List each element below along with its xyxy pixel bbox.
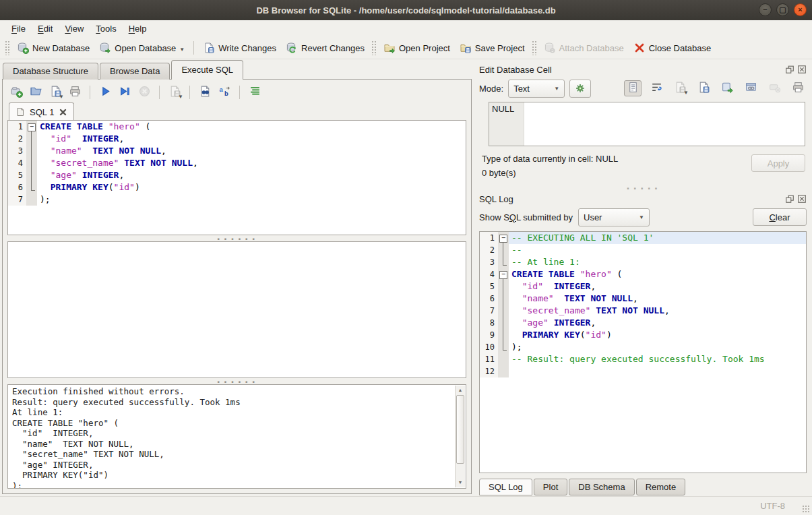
line-number: 3 (480, 256, 498, 268)
tab-browse-data[interactable]: Browse Data (100, 63, 170, 80)
mode-select[interactable]: Text ▼ (508, 80, 565, 98)
line-number: 1 (480, 232, 498, 244)
code-line: 6 PRIMARY KEY("id") (8, 181, 466, 193)
dock-splitter-handle[interactable]: ■ ■ ■ ■ ■ (479, 184, 807, 191)
resize-grip[interactable] (802, 505, 810, 513)
scroll-up-icon[interactable]: ▲ (456, 386, 465, 395)
format-sql-button[interactable] (246, 84, 263, 100)
fold-margin (26, 145, 37, 157)
cell-editor[interactable]: NULL (489, 102, 805, 146)
toolbar-handle[interactable] (532, 40, 537, 55)
open-project-button[interactable]: Open Project (379, 39, 455, 57)
attach-database-button[interactable]: Attach Database (539, 39, 629, 57)
fold-collapse-icon[interactable] (498, 268, 509, 280)
stop-execution-button[interactable] (135, 84, 153, 100)
float-dock-icon[interactable] (785, 65, 794, 74)
close-database-button[interactable]: Close Database (629, 39, 716, 57)
apply-format-button[interactable] (569, 80, 591, 98)
splitter-handle[interactable]: ■ ■ ■ ■ ■ ■ (7, 235, 466, 241)
execution-log-pane[interactable]: Execution finished without errors.Result… (7, 384, 466, 489)
splitter-handle[interactable]: ■ ■ ■ ■ ■ ■ (7, 378, 466, 384)
menu-help[interactable]: Help (123, 22, 153, 36)
toolbar-handle[interactable] (371, 40, 377, 55)
fold-collapse-icon[interactable] (26, 121, 37, 133)
export-data-button[interactable] (695, 80, 712, 96)
line-number: 4 (480, 268, 498, 280)
submitted-by-select[interactable]: User ▼ (578, 208, 650, 226)
dock-tab-db-schema[interactable]: DB Schema (569, 479, 634, 495)
scroll-down-icon[interactable]: ▼ (456, 478, 465, 487)
link-window-icon (745, 81, 757, 96)
button-label: Revert Changes (301, 43, 365, 53)
write-changes-button[interactable]: Write Changes (198, 39, 281, 57)
minimize-button[interactable]: − (759, 3, 772, 16)
save-results-button[interactable]: ▼ (166, 84, 183, 100)
sql-log-filter-row: Show SQL submitted by User ▼ Clear (479, 206, 807, 228)
open-new-sql-tab-button[interactable] (7, 84, 25, 100)
open-sql-file-button[interactable] (27, 84, 44, 100)
results-table-pane[interactable] (7, 241, 466, 378)
save-sql-file-button[interactable]: ▼ (46, 84, 64, 100)
new-database-button[interactable]: New Database (12, 39, 94, 57)
log-line: "age" INTEGER, (12, 460, 462, 471)
close-tab-icon[interactable] (59, 108, 67, 117)
tab-database-structure[interactable]: Database Structure (3, 63, 98, 80)
find-button[interactable] (196, 84, 214, 100)
log-line: PRIMARY KEY("id") (12, 470, 462, 481)
print-cell-button[interactable] (789, 80, 807, 96)
menu-view[interactable]: View (59, 22, 90, 36)
print-sql-button[interactable] (66, 84, 84, 100)
line-number: 6 (8, 181, 26, 193)
db-open-icon (99, 42, 111, 54)
code-text: "id" INTEGER, (509, 280, 806, 293)
open-as-link-button[interactable] (742, 80, 759, 96)
maximize-button[interactable]: ▢ (776, 3, 789, 16)
import-data-button[interactable]: ▼ (671, 80, 689, 96)
line-number: 9 (480, 329, 498, 341)
sql-log-editor[interactable]: 1-- EXECUTING ALL IN 'SQL 1'2--3-- At li… (479, 231, 807, 473)
stop-icon (138, 85, 151, 100)
execute-all-button[interactable] (96, 84, 114, 100)
execute-current-line-button[interactable] (116, 84, 133, 100)
fold-margin (498, 293, 509, 305)
close-dock-icon[interactable] (797, 65, 807, 74)
tab-execute-sql[interactable]: Execute SQL (171, 60, 243, 80)
close-dock-icon[interactable] (797, 194, 807, 204)
dock-tab-plot[interactable]: Plot (534, 479, 567, 495)
title-bar[interactable]: DB Browser for SQLite - /home/user/code/… (0, 0, 812, 20)
dock-tab-remote[interactable]: Remote (636, 479, 686, 495)
toolbar-handle[interactable] (5, 40, 10, 55)
scrollbar-thumb[interactable] (456, 395, 464, 464)
close-button[interactable]: × (794, 3, 807, 16)
word-wrap-button[interactable] (648, 80, 665, 96)
text-view-mode-button[interactable] (624, 80, 642, 96)
main-content: Database StructureBrowse DataExecute SQL… (0, 59, 812, 496)
open-in-external-button[interactable] (718, 80, 736, 96)
menu-tools[interactable]: Tools (90, 22, 122, 36)
menu-file[interactable]: File (5, 22, 32, 36)
save-project-button[interactable]: Save Project (455, 39, 530, 57)
toolbar-separator (159, 86, 160, 99)
menu-edit[interactable]: Edit (32, 22, 59, 36)
find-replace-button[interactable]: ab (216, 84, 233, 100)
code-line: 5 "age" INTEGER, (8, 169, 466, 181)
encoding-indicator[interactable]: UTF-8 (760, 501, 785, 511)
fold-margin (498, 329, 509, 341)
main-tab-bar: Database StructureBrowse DataExecute SQL (0, 59, 474, 80)
fold-collapse-icon[interactable] (498, 232, 509, 244)
clear-log-button[interactable]: Clear (753, 208, 807, 226)
scrollbar-track[interactable] (456, 464, 465, 478)
sql-doc-tab[interactable]: SQL 1 (9, 102, 74, 121)
revert-changes-button[interactable]: Revert Changes (281, 39, 369, 57)
execute-line-icon (119, 85, 131, 100)
dock-tab-sql-log[interactable]: SQL Log (479, 479, 532, 495)
cell-editor-body[interactable] (524, 102, 805, 146)
set-as-null-button[interactable] (766, 80, 783, 96)
vertical-scrollbar[interactable]: ▲ ▼ (455, 386, 465, 487)
sql-editor[interactable]: 1CREATE TABLE "hero" (2 "id" INTEGER,3 "… (7, 120, 466, 235)
apply-button[interactable]: Apply (751, 154, 805, 172)
open-database-button[interactable]: Open Database▼ (94, 39, 189, 57)
svg-text:b: b (224, 90, 228, 97)
db-attach-icon (544, 42, 556, 54)
float-dock-icon[interactable] (785, 194, 794, 204)
